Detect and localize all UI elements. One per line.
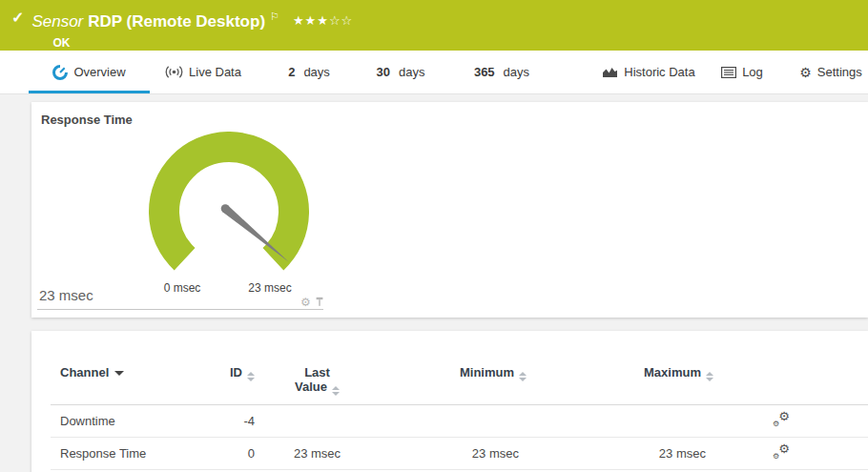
sort-toggle-icon[interactable] bbox=[332, 386, 340, 396]
column-header-last-value[interactable]: LastValue bbox=[255, 365, 380, 405]
response-time-gauge-panel: Response Time 0 msec 23 msec 23 msec ⚙ bbox=[31, 102, 868, 318]
column-header-minimum[interactable]: Minimum bbox=[380, 365, 527, 405]
gear-icon: ⚙ bbox=[773, 453, 779, 461]
gear-icon: ⚙ bbox=[778, 442, 790, 455]
column-header-channel-label: Channel bbox=[60, 365, 109, 380]
column-header-id[interactable]: ID bbox=[194, 365, 255, 405]
channel-name-cell[interactable]: Response Time bbox=[51, 438, 194, 470]
column-header-maximum[interactable]: Maximum bbox=[527, 365, 713, 405]
sensor-status-badge: OK bbox=[52, 36, 353, 50]
tab-overview-label: Overview bbox=[73, 65, 125, 79]
sensor-title-block: SensorRDP (Remote Desktop)⚐★★★☆☆ OK bbox=[31, 7, 353, 50]
sensor-title-line: SensorRDP (Remote Desktop)⚐★★★☆☆ bbox=[31, 7, 353, 31]
flag-icon[interactable]: ⚐ bbox=[270, 10, 279, 22]
gear-icon: ⚙ bbox=[799, 66, 812, 79]
channel-maximum-cell bbox=[527, 405, 713, 438]
response-time-gauge bbox=[149, 132, 309, 292]
tab-historic-data[interactable]: Historic Data bbox=[591, 51, 706, 93]
tab-365-days[interactable]: 365 days bbox=[470, 51, 533, 93]
tile-settings-gear-icon[interactable]: ⚙ bbox=[300, 297, 311, 308]
gear-icon: ⚙ bbox=[773, 421, 779, 428]
priority-stars[interactable]: ★★★☆☆ bbox=[293, 13, 353, 28]
tab-30-days-label: days bbox=[399, 65, 424, 79]
stars-filled[interactable]: ★★★ bbox=[293, 13, 329, 28]
status-ok-check-icon: ✓ bbox=[11, 9, 24, 27]
tab-settings[interactable]: ⚙ Settings bbox=[796, 51, 866, 93]
tab-2-days[interactable]: 2 days bbox=[284, 51, 334, 93]
column-header-value-label: Value bbox=[295, 380, 327, 394]
channel-name-cell[interactable]: Downtime bbox=[51, 405, 194, 438]
area-chart-icon bbox=[602, 66, 618, 78]
column-header-last-label: Last bbox=[304, 365, 330, 380]
gauge-min-label: 0 msec bbox=[153, 281, 212, 295]
tab-30-days[interactable]: 30 days bbox=[373, 51, 428, 93]
tab-live-data[interactable]: Live Data bbox=[160, 51, 246, 93]
gear-icon: ⚙ bbox=[778, 410, 790, 422]
sort-toggle-icon[interactable] bbox=[519, 372, 527, 381]
channel-settings-gears-icon[interactable]: ⚙⚙ bbox=[773, 412, 790, 427]
sensor-title: RDP (Remote Desktop) bbox=[88, 12, 265, 31]
channel-table-panel: Channel ID LastValue Minimum Maximum Dow… bbox=[31, 331, 868, 472]
channel-table-header-row: Channel ID LastValue Minimum Maximum bbox=[51, 365, 868, 405]
tab-365-days-label: days bbox=[504, 65, 529, 79]
channel-last-value-cell: 23 msec bbox=[255, 438, 380, 470]
tab-log-label: Log bbox=[742, 65, 763, 79]
tab-settings-label: Settings bbox=[817, 65, 862, 79]
column-header-channel[interactable]: Channel bbox=[51, 365, 194, 405]
gauge-icon bbox=[52, 65, 68, 80]
channel-maximum-cell: 23 msec bbox=[527, 438, 713, 470]
tab-bar: Overview Live Data 2 days 30 days 365 da… bbox=[0, 51, 868, 94]
tab-log[interactable]: Log bbox=[715, 51, 769, 93]
tab-overview[interactable]: Overview bbox=[29, 51, 150, 93]
channel-minimum-cell: 23 msec bbox=[380, 438, 527, 470]
gauge-current-value: 23 msec bbox=[39, 287, 93, 303]
channel-last-value-cell bbox=[255, 405, 380, 438]
column-header-id-label: ID bbox=[230, 365, 242, 380]
tab-2-days-number: 2 bbox=[288, 65, 295, 79]
live-data-icon bbox=[165, 66, 183, 78]
sort-desc-icon[interactable] bbox=[114, 371, 124, 376]
gauge-ring bbox=[164, 147, 294, 259]
column-header-minimum-label: Minimum bbox=[460, 365, 514, 380]
channel-settings-gears-icon[interactable]: ⚙⚙ bbox=[773, 444, 790, 460]
channel-id-cell: 0 bbox=[194, 438, 255, 470]
stars-empty[interactable]: ☆☆ bbox=[329, 13, 353, 28]
column-header-maximum-label: Maximum bbox=[644, 365, 701, 380]
sensor-kind-label: Sensor bbox=[31, 12, 83, 31]
gauge-tile-divider bbox=[37, 309, 323, 310]
sort-toggle-icon[interactable] bbox=[247, 372, 255, 381]
tab-historic-data-label: Historic Data bbox=[624, 65, 694, 79]
tab-live-data-label: Live Data bbox=[189, 65, 241, 79]
sensor-header: ✓ SensorRDP (Remote Desktop)⚐★★★☆☆ OK bbox=[0, 0, 868, 51]
gauge-max-label: 23 msec bbox=[240, 281, 300, 295]
log-list-icon bbox=[721, 67, 736, 78]
channel-row-downtime: Downtime -4 ⚙⚙ bbox=[51, 405, 868, 438]
sort-toggle-icon[interactable] bbox=[706, 372, 713, 381]
channel-row-response-time: Response Time 0 23 msec 23 msec 23 msec … bbox=[51, 438, 868, 470]
tab-365-days-number: 365 bbox=[474, 65, 495, 79]
channel-id-cell: -4 bbox=[194, 405, 255, 438]
gauge-tile-title: Response Time bbox=[41, 113, 133, 127]
channel-table: Channel ID LastValue Minimum Maximum Dow… bbox=[51, 365, 868, 470]
tab-30-days-number: 30 bbox=[377, 65, 390, 79]
channel-minimum-cell bbox=[380, 405, 527, 438]
content-area: Response Time 0 msec 23 msec 23 msec ⚙ C… bbox=[0, 95, 868, 472]
tab-2-days-label: days bbox=[303, 65, 329, 79]
